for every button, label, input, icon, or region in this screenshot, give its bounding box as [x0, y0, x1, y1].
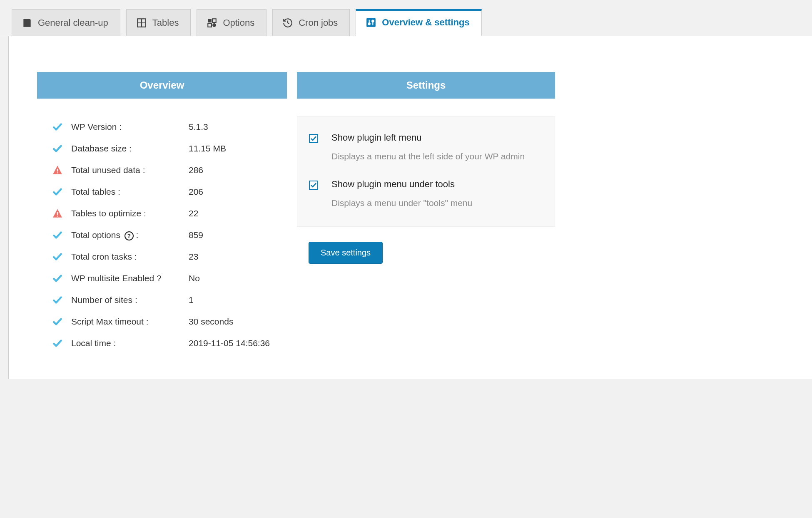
overview-row-value: 1 [189, 295, 287, 305]
overview-row-label: Local time : [71, 338, 189, 348]
tab-label: Tables [152, 17, 179, 28]
overview-row-label: Number of sites : [71, 295, 189, 305]
overview-row: Tables to optimize :22 [37, 203, 287, 224]
setting-description: Displays a menu under "tools" menu [331, 193, 543, 208]
tab-label: Overview & settings [382, 17, 469, 28]
tab-label: Cron jobs [299, 17, 338, 28]
tab-general-clean-up[interactable]: General clean-up [12, 9, 120, 36]
overview-row: Script Max timeout :30 seconds [37, 311, 287, 332]
overview-row: Total options ? :859 [37, 224, 287, 246]
setting-title: Show plugin left menu [331, 132, 543, 143]
settings-heading: Settings [297, 72, 555, 99]
overview-table: WP Version :5.1.3Database size :11.15 MB… [37, 116, 287, 354]
overview-row: Local time :2019-11-05 14:56:36 [37, 332, 287, 354]
overview-row-label: Database size : [71, 144, 189, 154]
overview-row-value: 2019-11-05 14:56:36 [189, 338, 287, 348]
tab-label: Options [223, 17, 254, 28]
overview-row-label: WP multisite Enabled ? [71, 273, 189, 283]
check-icon [52, 273, 71, 284]
svg-rect-2 [212, 19, 216, 22]
document-list-icon [21, 17, 33, 29]
settings-box: Show plugin left menuDisplays a menu at … [297, 116, 555, 227]
tab-overview-settings[interactable]: Overview & settings [356, 9, 481, 36]
warning-icon [52, 165, 71, 176]
svg-point-6 [369, 23, 370, 25]
tab-tables[interactable]: Tables [126, 9, 191, 36]
main-content: Overview WP Version :5.1.3Database size … [8, 36, 812, 379]
overview-row-value: 206 [189, 187, 287, 197]
tab-options[interactable]: Options [197, 9, 267, 36]
tab-cron-jobs[interactable]: Cron jobs [272, 9, 350, 36]
setting-checkbox[interactable] [309, 134, 318, 143]
svg-rect-10 [57, 212, 58, 215]
overview-row: WP multisite Enabled ?No [37, 268, 287, 289]
svg-rect-1 [208, 19, 212, 22]
svg-point-7 [372, 20, 374, 22]
svg-rect-5 [367, 18, 376, 27]
overview-row: Number of sites :1 [37, 289, 287, 311]
overview-row-value: 23 [189, 252, 287, 262]
tabs-bar: General clean-up Tables Options Cron job… [0, 0, 812, 36]
warning-icon [52, 208, 71, 219]
overview-row: Total tables :206 [37, 181, 287, 203]
overview-row: Database size :11.15 MB [37, 138, 287, 159]
setting-description: Displays a menu at the left side of your… [331, 146, 543, 161]
settings-panel: Settings Show plugin left menuDisplays a… [297, 72, 555, 354]
help-icon[interactable]: ? [125, 231, 134, 240]
overview-row: Total unused data :286 [37, 159, 287, 181]
overview-row-label: Total cron tasks : [71, 252, 189, 262]
overview-row: Total cron tasks :23 [37, 246, 287, 268]
check-icon [52, 295, 71, 305]
svg-point-4 [212, 23, 216, 27]
overview-row-value: 859 [189, 230, 287, 240]
setting-checkbox[interactable] [309, 181, 318, 190]
check-icon [52, 251, 71, 262]
overview-heading: Overview [37, 72, 287, 99]
overview-row-label: Total unused data : [71, 165, 189, 175]
setting-item: Show plugin menu under toolsDisplays a m… [309, 176, 543, 210]
overview-row-label: Total options ? : [71, 230, 189, 240]
check-icon [52, 186, 71, 197]
overview-row-label: Tables to optimize : [71, 208, 189, 218]
check-icon [52, 338, 71, 349]
svg-rect-8 [57, 169, 58, 172]
check-icon [52, 230, 71, 240]
overview-row-value: 11.15 MB [189, 144, 287, 154]
history-icon [282, 17, 294, 29]
overview-row: WP Version :5.1.3 [37, 116, 287, 138]
overview-row-value: 30 seconds [189, 317, 287, 327]
check-icon [52, 316, 71, 327]
squares-icon [206, 17, 218, 29]
overview-row-label: Script Max timeout : [71, 317, 189, 327]
overview-panel: Overview WP Version :5.1.3Database size … [37, 72, 287, 354]
overview-row-value: 286 [189, 165, 287, 175]
svg-rect-9 [57, 172, 58, 173]
grid-icon [136, 17, 147, 29]
setting-title: Show plugin menu under tools [331, 179, 543, 190]
sliders-icon [365, 17, 377, 28]
overview-row-value: 22 [189, 208, 287, 218]
check-icon [52, 121, 71, 132]
svg-rect-11 [57, 216, 58, 216]
overview-row-label: WP Version : [71, 122, 189, 132]
setting-item: Show plugin left menuDisplays a menu at … [309, 129, 543, 176]
tab-label: General clean-up [38, 17, 108, 28]
svg-rect-3 [208, 23, 212, 27]
overview-row-value: 5.1.3 [189, 122, 287, 132]
overview-row-value: No [189, 273, 287, 283]
overview-row-label: Total tables : [71, 187, 189, 197]
save-settings-button[interactable]: Save settings [309, 242, 383, 264]
check-icon [52, 143, 71, 154]
